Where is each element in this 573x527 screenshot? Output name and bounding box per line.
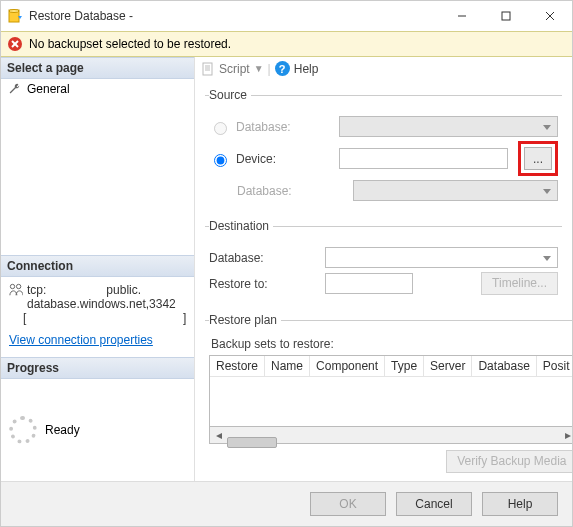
- progress-spinner-icon: [9, 416, 37, 444]
- col-name[interactable]: Name: [265, 356, 310, 377]
- col-position[interactable]: Posit: [536, 356, 572, 377]
- error-bar: No backupset selected to be restored.: [1, 31, 572, 57]
- col-type[interactable]: Type: [385, 356, 424, 377]
- scroll-right-icon[interactable]: ▸: [560, 428, 572, 442]
- source-database-radio-input[interactable]: [214, 122, 227, 135]
- svg-point-1: [9, 10, 19, 13]
- script-button[interactable]: Script: [219, 62, 250, 76]
- scroll-thumb[interactable]: [227, 437, 277, 448]
- svg-rect-11: [203, 63, 212, 75]
- help-button[interactable]: Help: [294, 62, 319, 76]
- connection-line2: database.windows.net,3342: [27, 297, 176, 311]
- page-general[interactable]: General: [1, 79, 194, 99]
- restore-database-dialog: Restore Database - No backupset selected…: [0, 0, 573, 527]
- script-icon: [201, 62, 215, 76]
- minimize-button[interactable]: [440, 1, 484, 31]
- source-sub-database-combo[interactable]: [353, 180, 558, 201]
- help-icon[interactable]: ?: [275, 61, 290, 76]
- window-title: Restore Database -: [29, 9, 440, 23]
- col-restore[interactable]: Restore: [210, 356, 265, 377]
- view-connection-properties-link[interactable]: View connection properties: [9, 333, 153, 347]
- source-sub-database-label: Database:: [237, 184, 343, 198]
- backup-sets-table[interactable]: Restore Name Component Type Server Datab…: [209, 355, 572, 427]
- titlebar: Restore Database -: [1, 1, 572, 31]
- destination-group: Destination Database: Restore to: Timeli…: [205, 219, 562, 303]
- destination-legend: Destination: [209, 219, 273, 233]
- restore-plan-legend: Restore plan: [209, 313, 281, 327]
- server-icon: [9, 283, 23, 297]
- highlight-box: ...: [518, 141, 558, 176]
- source-legend: Source: [209, 88, 251, 102]
- browse-device-button[interactable]: ...: [524, 147, 552, 170]
- table-hscrollbar[interactable]: ◂ ▸: [209, 427, 572, 444]
- col-database[interactable]: Database: [472, 356, 536, 377]
- page-general-label: General: [27, 82, 70, 96]
- left-panel: Select a page General Connection tcp: pu…: [1, 57, 195, 481]
- restore-to-label: Restore to:: [209, 277, 315, 291]
- restore-db-icon: [7, 8, 23, 24]
- connection-line1: tcp: public.: [27, 283, 176, 297]
- ok-button[interactable]: OK: [310, 492, 386, 516]
- connection-line3: [ ]: [23, 311, 186, 325]
- dialog-footer: OK Cancel Help: [1, 481, 572, 526]
- error-icon: [7, 36, 23, 52]
- select-page-header: Select a page: [1, 57, 194, 79]
- source-database-combo[interactable]: [339, 116, 558, 137]
- svg-point-10: [16, 284, 20, 288]
- dest-database-label: Database:: [209, 251, 315, 265]
- timeline-button: Timeline...: [481, 272, 558, 295]
- svg-point-9: [10, 284, 14, 288]
- script-dropdown-icon[interactable]: ▼: [254, 63, 264, 74]
- maximize-button[interactable]: [484, 1, 528, 31]
- backup-sets-label: Backup sets to restore:: [211, 337, 572, 351]
- source-group: Source Database: Device:: [205, 88, 562, 209]
- source-device-radio[interactable]: Device:: [209, 151, 329, 167]
- progress-box: Ready: [1, 379, 194, 481]
- help-button-footer[interactable]: Help: [482, 492, 558, 516]
- toolbar: Script ▼ | ? Help: [195, 57, 572, 80]
- scroll-left-icon[interactable]: ◂: [210, 428, 227, 442]
- dest-database-combo[interactable]: [325, 247, 558, 268]
- col-component[interactable]: Component: [310, 356, 385, 377]
- verify-backup-media-button: Verify Backup Media: [446, 450, 572, 473]
- error-text: No backupset selected to be restored.: [29, 37, 231, 51]
- progress-status: Ready: [45, 423, 80, 437]
- source-device-radio-input[interactable]: [214, 154, 227, 167]
- table-header-row: Restore Name Component Type Server Datab…: [210, 356, 572, 377]
- source-device-input[interactable]: [339, 148, 508, 169]
- connection-info: tcp: public. database.windows.net,3342 […: [1, 277, 194, 357]
- close-button[interactable]: [528, 1, 572, 31]
- progress-header: Progress: [1, 357, 194, 379]
- cancel-button[interactable]: Cancel: [396, 492, 472, 516]
- col-server[interactable]: Server: [424, 356, 472, 377]
- restore-to-input: [325, 273, 413, 294]
- wrench-icon: [7, 82, 21, 96]
- connection-header: Connection: [1, 255, 194, 277]
- svg-rect-3: [502, 12, 510, 20]
- right-panel: Script ▼ | ? Help Source Database:: [195, 57, 572, 481]
- restore-plan-group: Restore plan Backup sets to restore: Res…: [205, 313, 572, 477]
- source-database-radio[interactable]: Database:: [209, 119, 329, 135]
